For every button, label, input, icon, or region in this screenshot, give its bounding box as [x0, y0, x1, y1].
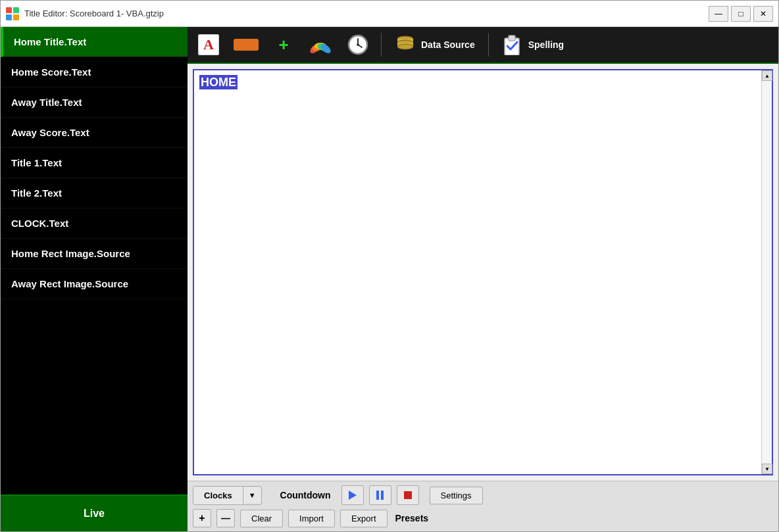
- sidebar-item-away-score[interactable]: Away Score.Text: [1, 118, 188, 148]
- spelling-icon: [502, 34, 523, 55]
- sidebar: Home Title.Text Home Score.Text Away Tit…: [1, 27, 188, 531]
- sidebar-item-home-rect[interactable]: Home Rect Image.Source: [1, 239, 188, 269]
- sidebar-item-clock[interactable]: CLOCK.Text: [1, 208, 188, 239]
- sidebar-item-home-score[interactable]: Home Score.Text: [1, 57, 188, 87]
- sidebar-bottom: Live: [1, 495, 188, 531]
- separator-1: [381, 33, 382, 57]
- plus-icon: +: [273, 34, 294, 55]
- scroll-down-arrow[interactable]: ▼: [762, 464, 772, 474]
- sidebar-item-title1[interactable]: Title 1.Text: [1, 148, 188, 178]
- toolbar: A +: [188, 27, 778, 64]
- settings-button[interactable]: Settings: [430, 487, 483, 504]
- spelling-button[interactable]: Spelling: [495, 32, 570, 58]
- live-button[interactable]: Live: [1, 495, 188, 531]
- color-bar-icon: [234, 39, 259, 51]
- font-button[interactable]: A: [193, 32, 224, 58]
- editor-area: HOME ▲ ▼: [188, 64, 778, 481]
- data-source-label: Data Source: [421, 39, 475, 50]
- sidebar-item-home-title[interactable]: Home Title.Text: [1, 27, 188, 57]
- maximize-button[interactable]: □: [731, 6, 751, 22]
- svg-rect-15: [509, 36, 515, 41]
- scrollbar[interactable]: ▲ ▼: [761, 70, 772, 474]
- spelling-label: Spelling: [528, 39, 564, 50]
- svg-point-8: [357, 43, 359, 46]
- window-title: Title Editor: Scoreboard 1- VBA.gtzip: [24, 9, 709, 18]
- bottom-row-2: + — Clear Import Export Presets: [193, 509, 773, 527]
- data-source-button[interactable]: Data Source: [388, 32, 482, 57]
- stop-button[interactable]: [397, 485, 419, 505]
- data-source-icon: [395, 35, 416, 55]
- clock-button[interactable]: [341, 32, 374, 58]
- import-button[interactable]: Import: [288, 510, 335, 527]
- play-button[interactable]: [341, 485, 364, 505]
- text-editor[interactable]: HOME ▲ ▼: [193, 69, 773, 475]
- sidebar-item-away-rect[interactable]: Away Rect Image.Source: [1, 269, 188, 299]
- clocks-arrow-button[interactable]: ▼: [243, 487, 261, 503]
- svg-point-13: [397, 44, 413, 49]
- clock-icon: [347, 34, 369, 56]
- add-button[interactable]: +: [193, 509, 211, 527]
- clear-button[interactable]: Clear: [240, 510, 283, 527]
- export-button[interactable]: Export: [340, 510, 388, 527]
- sidebar-item-title2[interactable]: Title 2.Text: [1, 178, 188, 208]
- minimize-button[interactable]: —: [709, 6, 728, 22]
- pause-button[interactable]: [369, 485, 391, 505]
- separator-2: [488, 33, 489, 57]
- close-button[interactable]: ✕: [753, 6, 773, 22]
- pause-icon: [376, 491, 384, 500]
- presets-label: Presets: [395, 513, 429, 523]
- window-controls: — □ ✕: [709, 6, 773, 22]
- stop-icon: [404, 491, 412, 499]
- font-a-icon: A: [198, 34, 219, 55]
- play-icon: [349, 491, 357, 500]
- scroll-up-arrow[interactable]: ▲: [762, 70, 772, 81]
- sidebar-item-away-title[interactable]: Away Title.Text: [1, 87, 188, 118]
- editor-content[interactable]: HOME: [194, 70, 761, 474]
- remove-button[interactable]: —: [216, 509, 235, 527]
- app-icon: [6, 7, 19, 20]
- main-window: Title Editor: Scoreboard 1- VBA.gtzip — …: [0, 0, 779, 532]
- color-bar-button[interactable]: [228, 32, 264, 58]
- countdown-label: Countdown: [280, 490, 331, 500]
- bottom-bar: Clocks ▼ Countdown: [188, 481, 778, 531]
- selected-text: HOME: [199, 75, 238, 89]
- bottom-row-1: Clocks ▼ Countdown: [193, 485, 773, 505]
- clocks-dropdown[interactable]: Clocks ▼: [193, 486, 262, 505]
- app-body: Home Title.Text Home Score.Text Away Tit…: [1, 27, 778, 531]
- color-wheel-button[interactable]: [303, 32, 338, 58]
- add-style-button[interactable]: +: [268, 32, 299, 58]
- color-wheel-icon: [309, 36, 332, 54]
- clocks-main-button[interactable]: Clocks: [193, 487, 243, 504]
- title-bar: Title Editor: Scoreboard 1- VBA.gtzip — …: [1, 1, 778, 27]
- main-content: A +: [188, 27, 778, 531]
